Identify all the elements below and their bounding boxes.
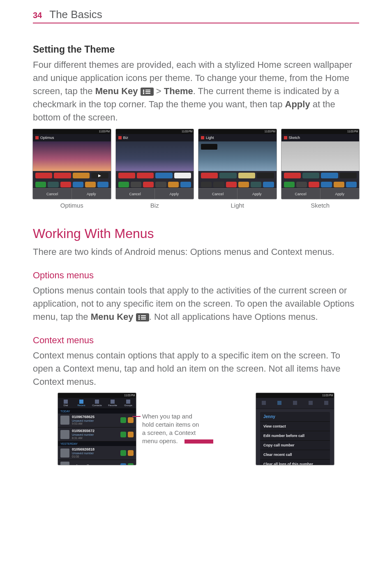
menu-item-clear-recent[interactable]: Clear recent call (260, 450, 330, 460)
message-icon[interactable] (128, 450, 134, 456)
page-number: 34 (33, 11, 42, 20)
theme-screenshot: 11:03 PM Optimus ▶ Cancel Apply (32, 129, 111, 199)
groups-icon (324, 401, 328, 405)
tab-groups[interactable]: Groups (120, 398, 136, 409)
app-icon (131, 182, 141, 187)
status-bar: 11:03 PM (281, 129, 360, 134)
groups-icon (126, 400, 130, 404)
icon-row (33, 180, 111, 189)
title-text: Biz (123, 134, 129, 141)
row-actions (120, 417, 134, 423)
app-icon (302, 173, 319, 178)
app-icon: ▶ (91, 173, 108, 178)
app-icon (284, 182, 295, 187)
caption-line: a screen, a Context (142, 429, 196, 436)
screenshot-title: Sketch (281, 134, 360, 141)
recent-icon (277, 401, 281, 405)
app-icon (201, 136, 204, 139)
apply-label: Apply (285, 99, 310, 109)
app-icon (174, 173, 191, 178)
app-icon (201, 173, 218, 178)
call-info: 01056926818 Unsaved number 01/30 (72, 448, 118, 458)
tab-contacts[interactable]: Contacts (89, 398, 105, 409)
tab-bar: Dial Recent Contacts Favorite Groups (58, 398, 136, 409)
theme-card-sketch: 11:03 PM Sketch Cancel Apply Sketch (281, 129, 360, 209)
voicemail-label: Voicemail (72, 465, 118, 465)
app-icon (238, 173, 255, 178)
voicemail-row[interactable]: Voicemail (58, 460, 136, 465)
context-menu-screenshot: 11:03 PM Jenny View contact Edit number … (256, 393, 334, 465)
apply-button[interactable]: Apply (154, 188, 194, 199)
caption-line: menu opens. (142, 437, 178, 444)
theme-screenshot: 11:03 PM Biz Cancel Apply (115, 129, 194, 199)
button-row: Cancel Apply (33, 188, 111, 199)
app-icon (73, 173, 90, 178)
cancel-button[interactable]: Cancel (281, 188, 320, 199)
tab-label: Recent (77, 404, 85, 407)
tab-label: Contacts (92, 404, 102, 407)
app-icon (168, 182, 179, 187)
app-icon (180, 182, 191, 187)
app-icon (296, 182, 307, 187)
message-icon[interactable] (128, 463, 134, 465)
theme-caption: Optimus (60, 202, 83, 209)
call-icon[interactable] (120, 450, 126, 456)
menu-key-label: Menu Key (95, 86, 138, 96)
call-icon[interactable] (120, 417, 126, 423)
menu-item-clear-all[interactable]: Clear all logs of this number (260, 460, 330, 465)
call-info: 01056355672 Unsaved number 8:31 AM (72, 429, 118, 439)
menu-item-view-contact[interactable]: View contact (260, 422, 330, 431)
message-icon[interactable] (128, 432, 134, 437)
group-today: TODAY (58, 409, 136, 414)
call-sub: Unsaved number (72, 419, 118, 423)
message-icon[interactable] (128, 417, 134, 423)
app-icon (213, 182, 224, 187)
button-row: Cancel Apply (198, 188, 277, 199)
theme-caption: Biz (150, 202, 159, 209)
menu-item-copy-number[interactable]: Copy call number (260, 441, 330, 450)
working-intro: There are two kinds of Android menus: Op… (33, 245, 359, 259)
tab-label: Favorite (108, 404, 117, 407)
working-with-menus-heading: Working With Menus (33, 226, 359, 241)
call-time: 9:53 AM (72, 422, 118, 425)
call-row[interactable]: 01096768625 Unsaved number 9:53 AM (58, 414, 136, 428)
screenshot-title: Biz (116, 134, 194, 141)
theme-card-light: 11:03 PM Light Cancel Apply Light (198, 129, 277, 209)
menu-item-edit-number[interactable]: Edit number before call (260, 431, 330, 441)
setting-theme-paragraph: Four different themes are provided, each… (33, 58, 359, 124)
apply-button[interactable]: Apply (320, 188, 359, 199)
icon-row (198, 171, 277, 180)
tab-dial[interactable]: Dial (58, 398, 74, 409)
app-icon (219, 173, 236, 178)
theme-card-biz: 11:03 PM Biz Cancel Apply Biz (116, 129, 194, 209)
cancel-button[interactable]: Cancel (198, 188, 237, 199)
call-row[interactable]: 01056926818 Unsaved number 01/30 (58, 446, 136, 460)
cancel-button[interactable]: Cancel (116, 188, 154, 199)
status-bar: 11:03 PM (198, 129, 277, 134)
theme-thumbnails-row: 11:03 PM Optimus ▶ Cancel Apply Optimus … (33, 129, 359, 209)
wallpaper (33, 141, 111, 171)
app-icon (284, 173, 301, 178)
call-row[interactable]: 01056355672 Unsaved number 8:31 AM (58, 428, 136, 441)
tab-dial (256, 398, 272, 409)
options-menus-heading: Options menus (33, 270, 359, 281)
cancel-button[interactable]: Cancel (33, 188, 71, 199)
app-icon (85, 182, 96, 187)
theme-screenshot: 11:03 PM Sketch Cancel Apply (281, 129, 360, 199)
context-paragraph: Context menus contain options that apply… (33, 349, 359, 388)
screenshot-title: Optimus (33, 134, 111, 141)
screenshot-title: Light (198, 134, 277, 141)
theme-card-optimus: 11:03 PM Optimus ▶ Cancel Apply Optimus (33, 129, 111, 209)
app-icon (340, 173, 357, 178)
context-menus-heading: Context menus (33, 335, 359, 346)
apply-button[interactable]: Apply (71, 188, 111, 199)
call-icon[interactable] (120, 463, 126, 465)
apply-button[interactable]: Apply (237, 188, 276, 199)
title-text: Sketch (289, 134, 300, 141)
contacts-icon (293, 401, 297, 405)
tab-bar-dimmed (256, 398, 334, 409)
call-icon[interactable] (120, 432, 126, 437)
context-figure-row: 11:03 PM Dial Recent Contacts Favorite G… (33, 393, 359, 465)
tab-recent[interactable]: Recent (74, 398, 89, 409)
tab-favorite[interactable]: Favorite (105, 398, 120, 409)
